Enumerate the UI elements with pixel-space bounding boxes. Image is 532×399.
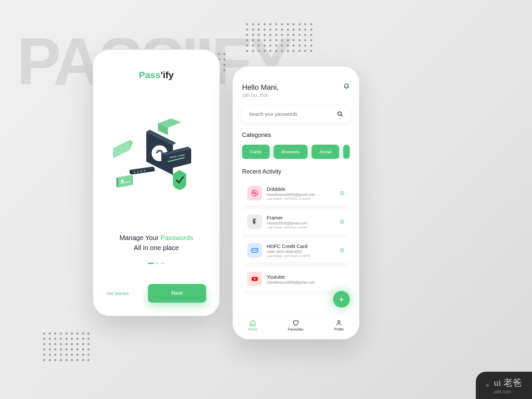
tagline-post: All in one place: [134, 244, 179, 251]
notification-bell-icon[interactable]: [343, 83, 350, 90]
svg-marker-8: [161, 153, 165, 170]
tab-fav-label: Favourites: [288, 328, 304, 331]
watermark: ui 老爸 uil8.com: [476, 372, 532, 399]
category-list: Cards Browsers Social: [242, 145, 350, 159]
category-social[interactable]: Social: [312, 145, 339, 159]
search-input[interactable]: [249, 111, 337, 117]
svg-point-24: [347, 84, 349, 85]
item-subtitle: vannan3926@gmail.com: [267, 221, 334, 225]
item-title: Dribbble: [267, 186, 334, 192]
item-subtitle: DaveBriston8055@gmail.com: [267, 193, 334, 197]
svg-marker-20: [116, 178, 118, 188]
categories-heading: Categories: [242, 132, 350, 139]
svg-point-41: [338, 321, 340, 323]
next-button[interactable]: Next: [148, 284, 206, 303]
date-text: 10th Oct, 2020: [242, 93, 279, 98]
tab-home-label: Home: [248, 328, 257, 331]
tab-bar: Home Favourites Profile: [233, 315, 359, 339]
copy-icon[interactable]: [339, 219, 344, 224]
logo-part-dark: 'ify: [161, 70, 174, 80]
tab-profile[interactable]: Profile: [334, 320, 343, 331]
dribbble-icon: [247, 186, 262, 200]
svg-point-16: [137, 171, 139, 173]
tagline-pre: Manage Your: [119, 234, 160, 241]
logo-part-green: Pass: [139, 70, 161, 80]
onboarding-screen: Pass'ify: [93, 50, 219, 316]
profile-icon: [335, 320, 342, 326]
heart-icon: [292, 320, 299, 326]
add-fab[interactable]: +: [333, 291, 350, 308]
framer-icon: [247, 214, 262, 229]
item-meta: Last Edited : 4/9/2019 1:30PM: [267, 226, 334, 229]
credit-card-icon: [247, 243, 262, 258]
copy-icon[interactable]: [339, 191, 344, 196]
tab-profile-label: Profile: [334, 328, 343, 331]
tagline: Manage Your Passwords All in one place: [106, 233, 206, 253]
item-subtitle: DaveBriston8055@gmail.com: [267, 280, 344, 284]
svg-line-26: [341, 115, 342, 116]
search-bar[interactable]: [242, 106, 350, 122]
svg-point-22: [121, 180, 124, 182]
copy-icon[interactable]: [339, 248, 344, 253]
category-cards[interactable]: Cards: [242, 145, 270, 159]
svg-marker-4: [113, 140, 130, 158]
category-more[interactable]: [343, 145, 350, 159]
item-title: Framer: [267, 215, 334, 220]
dot-pattern-3: [43, 332, 90, 372]
category-browsers[interactable]: Browsers: [274, 145, 308, 159]
item-meta: Last Edited : 24/7/2020 12:30PM: [267, 254, 334, 258]
progress-indicator: [106, 263, 206, 264]
recent-heading: Recent Activity: [242, 168, 350, 175]
hero-illustration: BANK CARD: [106, 94, 206, 223]
activity-item-framer[interactable]: Framer vannan3926@gmail.com Last Edited …: [242, 210, 350, 234]
svg-point-25: [338, 112, 341, 115]
tab-favourites[interactable]: Favourites: [288, 320, 304, 331]
watermark-url: uil8.com: [494, 389, 522, 394]
item-title: HDFC Credit Card: [267, 243, 334, 249]
svg-point-18: [144, 170, 145, 172]
search-icon: [337, 111, 343, 117]
activity-item-youtube[interactable]: Youtube DaveBriston8055@gmail.com: [242, 267, 350, 291]
home-screen: Hello Mani, 10th Oct, 2020 Categories Ca…: [233, 66, 359, 339]
tab-home[interactable]: Home: [248, 320, 257, 331]
watermark-text: ui 老爸: [494, 376, 522, 389]
item-subtitle: 2345 3625 5648 8292: [267, 250, 334, 254]
youtube-icon: [247, 272, 262, 286]
activity-item-hdfc[interactable]: HDFC Credit Card 2345 3625 5648 8292 Las…: [242, 238, 350, 262]
app-logo: Pass'ify: [106, 70, 206, 80]
home-icon: [249, 320, 256, 326]
item-title: Youtube: [267, 274, 344, 280]
dot-pattern-2: [246, 23, 313, 73]
get-started-link[interactable]: Get Started: [106, 291, 128, 296]
svg-point-17: [141, 171, 142, 172]
tagline-highlight: Passwords: [161, 234, 193, 241]
activity-item-dribbble[interactable]: Dribbble DaveBriston8055@gmail.com Last …: [242, 181, 350, 205]
svg-point-15: [134, 172, 135, 173]
item-meta: Last Edited : 24/7/2020 12:30PM: [267, 197, 334, 200]
greeting-text: Hello Mani,: [242, 83, 279, 92]
